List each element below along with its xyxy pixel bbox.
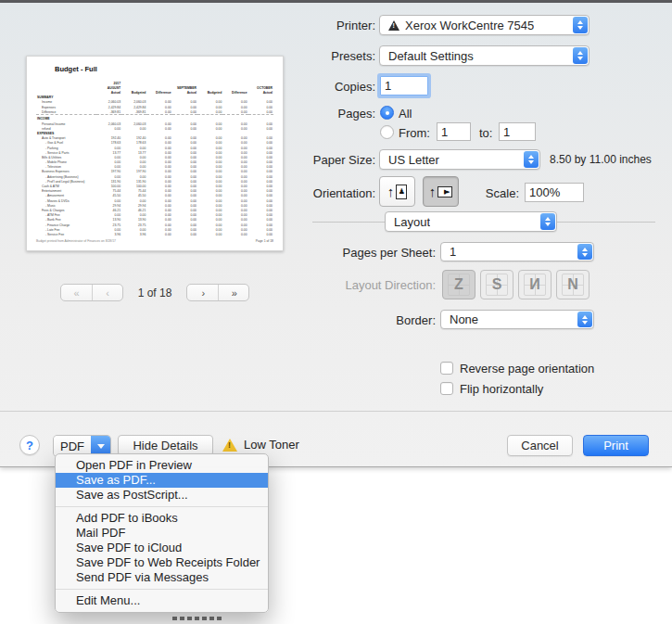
- pdf-menu-item[interactable]: Open PDF in Preview: [56, 458, 268, 473]
- preview-footer-left: Budget printed from Administrator of Fin…: [36, 239, 116, 243]
- copies-input[interactable]: 1: [380, 76, 428, 96]
- presets-label: Presets:: [222, 49, 375, 63]
- print-dialog-window: Budget - Full 2017AUGUSTSEPTEMBEROCTOBER…: [0, 0, 672, 624]
- layout-direction-z-button: Z: [442, 270, 475, 299]
- pdf-menu-item[interactable]: Send PDF via Messages: [56, 570, 268, 585]
- layout-direction-n-reverse-button: И: [518, 270, 552, 299]
- pages-to-label: to:: [479, 126, 500, 140]
- printer-popup[interactable]: Xerox WorkCentre 7545: [379, 15, 590, 35]
- pdf-menu-item[interactable]: Edit Menu...: [56, 593, 268, 608]
- previous-page-button[interactable]: ‹: [92, 285, 122, 300]
- pdf-menu-item[interactable]: Save PDF to iCloud: [56, 541, 268, 555]
- paper-size-label: Paper Size:: [222, 153, 375, 167]
- pages-to-input[interactable]: 1: [499, 122, 536, 141]
- preview-cell: 0.00: [222, 232, 247, 236]
- layout-direction-label: Layout Direction:: [278, 278, 436, 292]
- pages-from-label: From:: [399, 126, 439, 140]
- popup-stepper-icon: [524, 151, 539, 168]
- scale-input[interactable]: 100%: [525, 183, 584, 202]
- orientation-label: Orientation:: [222, 186, 375, 200]
- pages-per-sheet-label: Pages per Sheet:: [278, 246, 436, 260]
- low-toner-label: Low Toner: [244, 438, 299, 452]
- background-artifact: [172, 617, 224, 620]
- scale-label: Scale:: [463, 186, 519, 200]
- next-page-button[interactable]: ›: [187, 285, 218, 300]
- print-button[interactable]: Print: [583, 435, 649, 456]
- orientation-landscape-button[interactable]: ↑ ♟: [423, 176, 459, 207]
- pdf-menu-item[interactable]: Add PDF to iBooks: [56, 511, 268, 526]
- help-icon: ?: [26, 439, 33, 452]
- first-page-button[interactable]: «: [61, 285, 92, 300]
- pdf-menu-item[interactable]: Mail PDF: [56, 526, 268, 541]
- preview-cell: 0.00: [146, 232, 171, 236]
- layout-z-icon: Z: [454, 277, 463, 292]
- menu-separator: [56, 506, 268, 507]
- popup-stepper-icon: [573, 47, 588, 64]
- low-toner-status: Low Toner: [222, 438, 299, 452]
- preview-row-label: - Service Fee: [36, 232, 96, 236]
- copies-label: Copies:: [222, 80, 375, 94]
- portrait-page-icon: ♟: [396, 185, 407, 199]
- pdf-menu-item[interactable]: Save as PostScript...: [56, 488, 268, 503]
- flip-horizontally-checkbox[interactable]: [440, 382, 453, 395]
- preview-cell: 0.00: [248, 232, 273, 236]
- paper-size-popup[interactable]: US Letter: [379, 149, 540, 170]
- preview-cell: 3.96: [96, 232, 121, 236]
- layout-n-icon: N: [567, 277, 578, 292]
- pages-per-sheet-popup[interactable]: 1: [440, 242, 594, 261]
- pagination-back-group: « ‹: [60, 284, 123, 301]
- pages-from-input[interactable]: 1: [437, 122, 471, 141]
- pdf-menu: Open PDF in PreviewSave as PDF...Save as…: [55, 453, 269, 613]
- pdf-menu-item[interactable]: Save as PDF...: [56, 473, 268, 488]
- layout-direction-s-button: S: [480, 270, 514, 299]
- hide-details-label: Hide Details: [133, 439, 197, 452]
- border-popup[interactable]: None: [440, 310, 594, 329]
- pages-label: Pages:: [222, 107, 375, 121]
- preview-doc-title: Budget - Full: [55, 65, 97, 73]
- cancel-button[interactable]: Cancel: [507, 435, 573, 456]
- popup-stepper-icon: [577, 312, 592, 327]
- pages-all-radio[interactable]: [380, 106, 394, 120]
- presets-popup[interactable]: Default Settings: [379, 45, 590, 66]
- chevron-down-icon: [97, 444, 105, 452]
- pages-all-label: All: [399, 107, 436, 121]
- print-label: Print: [603, 439, 628, 452]
- previous-page-icon: ‹: [106, 287, 108, 299]
- flip-horizontally-label: Flip horizontally: [460, 382, 645, 396]
- presets-popup-value: Default Settings: [388, 49, 474, 63]
- up-arrow-icon: ↑: [429, 185, 437, 198]
- printer-warning-icon: [388, 20, 399, 31]
- last-page-button[interactable]: »: [218, 285, 248, 300]
- preview-cell: 0.00: [172, 232, 197, 236]
- layout-n-reverse-icon: И: [529, 277, 540, 292]
- pdf-menu-item[interactable]: Save PDF to Web Receipts Folder: [56, 555, 268, 570]
- help-button[interactable]: ?: [19, 435, 40, 455]
- menu-separator: [56, 589, 268, 590]
- cancel-label: Cancel: [521, 439, 558, 452]
- preview-cell: 3.96: [121, 232, 146, 236]
- printer-label: Printer:: [222, 19, 375, 32]
- reverse-page-orientation-label: Reverse page orientation: [460, 362, 645, 376]
- layout-s-icon: S: [492, 277, 502, 292]
- popup-stepper-icon: [540, 213, 555, 230]
- pages-per-sheet-value: 1: [450, 245, 456, 259]
- popup-stepper-icon: [577, 244, 592, 260]
- bottom-bar-divider: [0, 411, 672, 412]
- settings-section-value: Layout: [394, 215, 430, 229]
- pagination-forward-group: › »: [186, 284, 249, 301]
- warning-triangle-icon: [222, 439, 237, 452]
- print-sheet: Budget - Full 2017AUGUSTSEPTEMBEROCTOBER…: [0, 3, 672, 467]
- preview-cell: 0.00: [197, 232, 222, 236]
- up-arrow-icon: ↑: [387, 185, 395, 198]
- landscape-page-icon: ♟: [437, 186, 452, 197]
- reverse-page-orientation-checkbox[interactable]: [440, 362, 453, 375]
- first-page-icon: «: [74, 287, 79, 299]
- border-label: Border:: [278, 313, 436, 327]
- settings-section-popup[interactable]: Layout: [385, 211, 557, 232]
- pages-range-radio[interactable]: [380, 125, 394, 139]
- layout-direction-n-button: N: [556, 270, 590, 299]
- orientation-portrait-button[interactable]: ↑ ♟: [379, 176, 415, 207]
- next-page-icon: ›: [202, 287, 205, 299]
- border-popup-value: None: [450, 312, 478, 326]
- popup-stepper-icon: [573, 17, 588, 33]
